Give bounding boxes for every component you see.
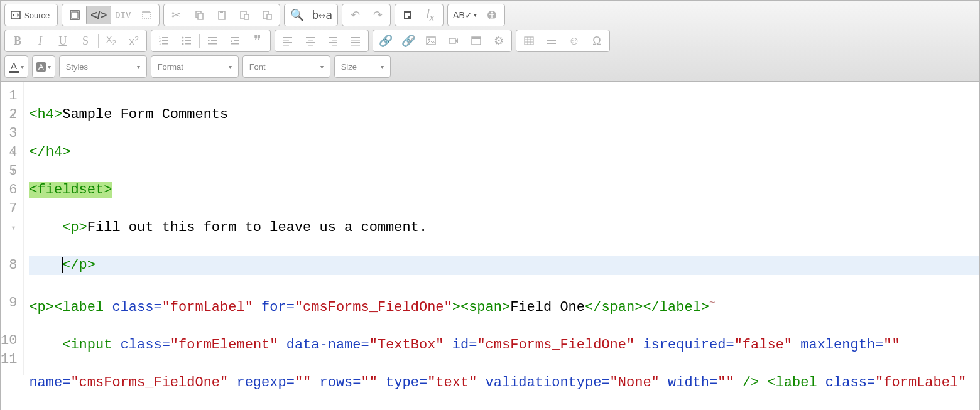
emoji-icon: ☺ <box>569 35 580 46</box>
chevron-down-icon: ▾ <box>21 63 24 70</box>
underline-button[interactable]: U <box>52 31 74 50</box>
svg-rect-25 <box>185 37 191 38</box>
source-button[interactable]: Source <box>6 6 56 24</box>
spellcheck-button[interactable]: AB✓▾ <box>449 6 481 24</box>
special-char-button[interactable]: Ω <box>585 31 608 50</box>
align-right-icon <box>327 35 339 46</box>
superscript-button[interactable]: X2 <box>122 31 145 50</box>
div-button[interactable]: DIV <box>111 6 134 24</box>
svg-rect-31 <box>211 40 217 41</box>
svg-point-26 <box>182 40 184 42</box>
svg-point-17 <box>491 12 493 14</box>
underline-icon: U <box>59 35 67 46</box>
svg-rect-32 <box>208 43 217 45</box>
blockquote-button[interactable]: ❞ <box>246 31 269 50</box>
outdent-icon <box>207 35 218 46</box>
select-all-button[interactable] <box>396 6 419 24</box>
accessibility-button[interactable] <box>481 6 503 24</box>
bold-icon: B <box>14 35 21 46</box>
indent-button[interactable] <box>224 31 246 50</box>
blocks-icon <box>141 9 152 21</box>
image-button[interactable] <box>420 31 442 50</box>
strike-icon: S <box>82 35 89 46</box>
format-label: Format <box>158 62 183 72</box>
ol-icon: 123 <box>158 35 170 46</box>
remove-format-button[interactable]: Ix <box>419 6 442 24</box>
size-combo[interactable]: Size▾ <box>334 55 391 78</box>
svg-rect-13 <box>405 13 410 14</box>
svg-rect-33 <box>231 37 239 38</box>
hr-button[interactable] <box>540 31 563 50</box>
italic-button[interactable]: I <box>29 31 52 50</box>
font-label: Font <box>249 62 266 72</box>
link-icon: 🔗 <box>379 35 393 46</box>
svg-rect-43 <box>308 45 313 46</box>
svg-rect-49 <box>351 40 360 41</box>
text-color-button[interactable]: A ▾ <box>4 55 28 78</box>
link-button[interactable]: 🔗 <box>374 31 397 50</box>
settings-button[interactable]: ⚙ <box>487 31 510 50</box>
outdent-button[interactable] <box>201 31 224 50</box>
paste-button[interactable] <box>210 6 233 24</box>
iframe-button[interactable] <box>465 31 487 50</box>
table-button[interactable] <box>518 31 540 50</box>
styles-combo[interactable]: Styles▾ <box>59 55 147 78</box>
svg-rect-42 <box>306 42 315 43</box>
svg-rect-40 <box>306 37 315 38</box>
strike-button[interactable]: S <box>74 31 97 50</box>
svg-point-28 <box>182 43 184 45</box>
svg-rect-38 <box>283 42 292 43</box>
svg-rect-11 <box>267 14 271 19</box>
emoji-button[interactable]: ☺ <box>563 31 585 50</box>
svg-rect-21 <box>162 40 168 41</box>
paste-word-button[interactable] <box>256 6 278 24</box>
svg-rect-39 <box>283 45 289 46</box>
svg-rect-46 <box>329 42 337 43</box>
numbered-list-button[interactable]: 123 <box>153 31 175 50</box>
align-justify-icon <box>350 35 361 46</box>
svg-rect-57 <box>525 37 533 45</box>
font-combo[interactable]: Font▾ <box>242 55 330 78</box>
svg-text:3: 3 <box>159 42 161 46</box>
source-label: Source <box>24 11 50 20</box>
templates-button[interactable] <box>63 6 86 24</box>
div-icon: DIV <box>115 11 131 19</box>
bg-color-button[interactable]: A ▾ <box>32 55 55 78</box>
code-icon: </> <box>90 9 107 21</box>
find-button[interactable]: 🔍 <box>286 6 308 24</box>
accessibility-icon <box>486 9 498 21</box>
cut-button[interactable]: ✂ <box>165 6 188 24</box>
unlink-button[interactable]: 🔗̸ <box>397 31 420 50</box>
toolbar: Source </> DIV ✂ 🔍 b↔a ↶ <box>1 1 979 82</box>
align-center-button[interactable] <box>299 31 322 50</box>
svg-rect-41 <box>308 40 313 41</box>
chevron-down-icon: ▾ <box>320 63 324 70</box>
svg-rect-3 <box>143 12 150 18</box>
undo-button[interactable]: ↶ <box>344 6 366 24</box>
code-view-button[interactable]: </> <box>86 6 111 24</box>
align-center-icon <box>305 35 316 46</box>
video-button[interactable] <box>442 31 465 50</box>
chevron-down-icon: ▾ <box>474 12 477 18</box>
chevron-down-icon: ▾ <box>229 63 232 70</box>
code-content[interactable]: <h4>Sample Form Comments </h4> <fieldset… <box>24 82 980 375</box>
italic-icon: I <box>38 35 42 46</box>
align-justify-button[interactable] <box>344 31 367 50</box>
svg-rect-9 <box>244 14 249 19</box>
redo-button[interactable]: ↷ <box>366 6 389 24</box>
code-editor[interactable]: 1▾ 2 3▾ 4▾ 5 6▾ 7▾ 8 9 10 11 <h4>Sample … <box>1 82 979 375</box>
replace-button[interactable]: b↔a <box>308 6 337 24</box>
copy-icon <box>193 9 205 21</box>
paste-text-button[interactable] <box>233 6 256 24</box>
svg-rect-30 <box>208 37 217 38</box>
align-left-button[interactable] <box>276 31 299 50</box>
align-right-button[interactable] <box>322 31 344 50</box>
templates-icon <box>69 9 80 21</box>
format-combo[interactable]: Format▾ <box>151 55 239 78</box>
show-blocks-button[interactable] <box>135 6 158 24</box>
bullet-list-button[interactable] <box>175 31 198 50</box>
copy-button[interactable] <box>188 6 210 24</box>
subscript-button[interactable]: X2 <box>100 31 122 50</box>
image-icon <box>425 35 437 46</box>
bold-button[interactable]: B <box>6 31 29 50</box>
